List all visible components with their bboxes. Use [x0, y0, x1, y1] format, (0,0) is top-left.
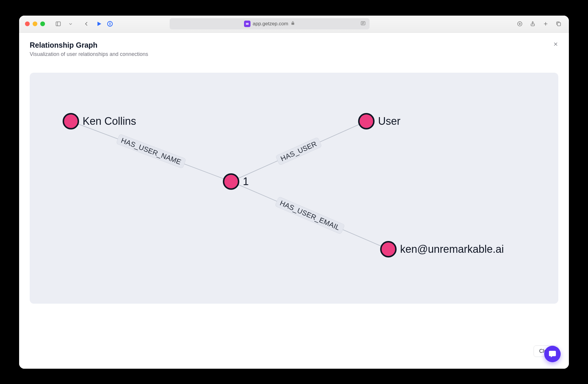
- browser-chrome: app.getzep.com: [19, 16, 569, 33]
- node-circle[interactable]: [63, 113, 79, 129]
- window-minimize-button[interactable]: [33, 21, 37, 26]
- svg-rect-16: [557, 23, 561, 26]
- node-label: ken@unremarkable.ai: [400, 243, 504, 255]
- chrome-right-actions: [515, 19, 563, 28]
- graph-node[interactable]: 1: [223, 173, 249, 190]
- lock-icon: [290, 21, 295, 27]
- extension-icon-2[interactable]: [107, 21, 113, 27]
- browser-window: app.getzep.com Relationship G: [19, 16, 569, 369]
- svg-rect-4: [110, 22, 111, 25]
- node-circle[interactable]: [380, 241, 397, 257]
- graph-node[interactable]: Ken Collins: [63, 113, 136, 129]
- tab-group-dropdown[interactable]: [66, 19, 75, 28]
- window-zoom-button[interactable]: [40, 21, 45, 26]
- new-tab-button[interactable]: [541, 19, 550, 28]
- site-favicon: [244, 21, 250, 27]
- node-circle[interactable]: [358, 113, 375, 129]
- traffic-lights: [25, 21, 45, 26]
- graph-node[interactable]: User: [358, 113, 400, 129]
- node-label: User: [378, 115, 400, 127]
- tabs-overview-button[interactable]: [554, 19, 563, 28]
- modal-title: Relationship Graph: [30, 41, 558, 49]
- graph-node[interactable]: ken@unremarkable.ai: [380, 241, 504, 257]
- modal-content: Relationship Graph Visualization of user…: [19, 33, 569, 369]
- svg-rect-5: [246, 23, 248, 24]
- address-url: app.getzep.com: [253, 21, 288, 27]
- svg-rect-6: [246, 24, 248, 25]
- share-button[interactable]: [528, 19, 537, 28]
- reader-mode-icon[interactable]: [360, 20, 366, 28]
- modal-close-x[interactable]: [551, 40, 560, 49]
- modal-subtitle: Visualization of user relationships and …: [30, 51, 558, 57]
- window-close-button[interactable]: [25, 21, 30, 26]
- node-label: 1: [243, 175, 249, 188]
- node-label: Ken Collins: [83, 115, 136, 127]
- downloads-button[interactable]: [515, 19, 524, 28]
- intercom-launcher[interactable]: [544, 346, 561, 362]
- back-button[interactable]: [82, 19, 91, 28]
- sidebar-toggle-button[interactable]: [54, 19, 63, 28]
- svg-marker-2: [98, 22, 101, 26]
- modal-header: Relationship Graph Visualization of user…: [19, 33, 569, 61]
- node-circle[interactable]: [223, 173, 239, 190]
- svg-rect-0: [56, 22, 61, 26]
- address-bar[interactable]: app.getzep.com: [170, 18, 370, 29]
- extension-icon-1[interactable]: [96, 21, 103, 27]
- graph-canvas[interactable]: HAS_USER_NAMEHAS_USERHAS_USER_EMAILKen C…: [30, 73, 558, 304]
